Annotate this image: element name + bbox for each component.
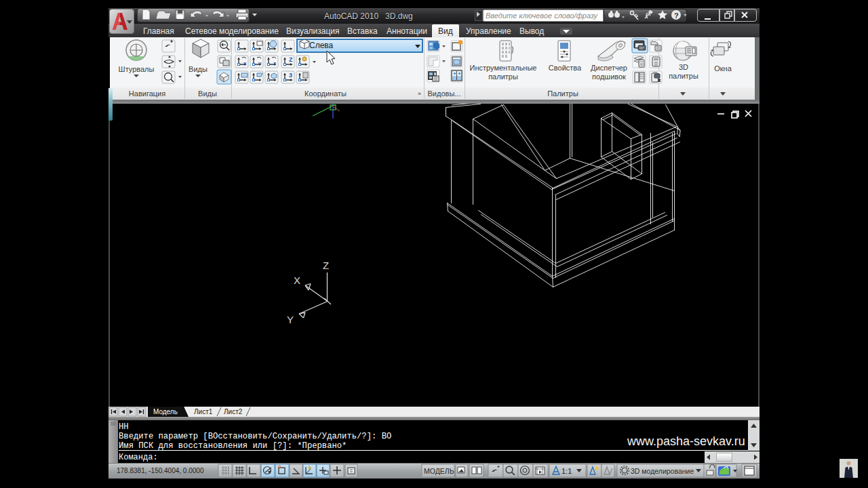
svg-text:Модель: Модель bbox=[153, 408, 178, 415]
svg-text:3: 3 bbox=[289, 72, 292, 79]
svg-text:3D моделирование: 3D моделирование bbox=[631, 467, 694, 475]
svg-text:Y: Y bbox=[287, 314, 294, 325]
svg-text:1:1: 1:1 bbox=[561, 467, 572, 475]
svg-text:МОДЕЛЬ: МОДЕЛЬ bbox=[424, 467, 454, 475]
svg-text:z: z bbox=[273, 60, 276, 66]
svg-text:X: X bbox=[294, 274, 300, 286]
svg-text:Лист2: Лист2 bbox=[224, 408, 243, 415]
svg-text:v: v bbox=[258, 60, 262, 66]
svg-text:?: ? bbox=[674, 12, 679, 20]
svg-text:x: x bbox=[243, 60, 247, 66]
svg-text:Лист1: Лист1 bbox=[194, 408, 213, 415]
svg-text:Z: Z bbox=[323, 260, 329, 271]
svg-text:Z: Z bbox=[289, 56, 293, 63]
